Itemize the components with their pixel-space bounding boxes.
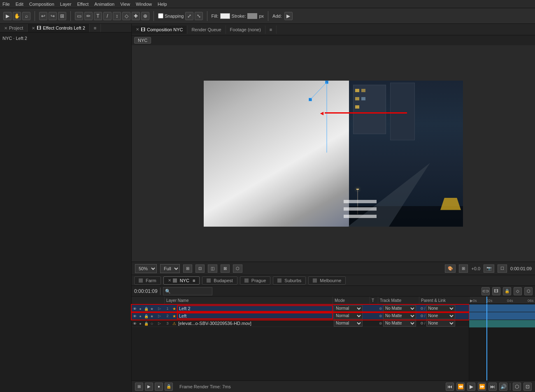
layer-1-matte-select[interactable]: No Matte [383,305,416,312]
tab-options[interactable]: ≡ [265,26,277,34]
fit-to-comp-btn[interactable]: ⊞ [183,264,192,273]
menu-layer[interactable]: Layer [60,2,72,7]
solo-btn[interactable]: ⊂⊃ [482,287,490,295]
draft-btn[interactable]: 🎞 [492,287,500,295]
handle-mid[interactable] [309,98,312,101]
layer-2-star[interactable]: ★ [171,313,177,318]
transparency-btn[interactable]: ◫ [208,264,217,273]
layer-3-solo[interactable]: ● [137,321,143,326]
go-to-end-btn[interactable]: ⏭ [488,383,497,391]
layer-1-collapse[interactable]: ▷ [155,306,164,311]
prev-frame-btn[interactable]: ⏪ [456,383,465,391]
tab-nyc-close[interactable]: ✕ [168,278,171,283]
tab-project-close[interactable]: ✕ [4,26,7,30]
playhead-ruler[interactable] [486,297,487,304]
layer-3-shy[interactable]: ☆ [149,321,155,326]
layer-3-name[interactable]: [elevat...o-SBV-300209536-HD.mov] [177,321,333,326]
layer-1-name[interactable]: Left 2 [177,305,333,312]
audio-btn[interactable]: 🔊 [499,383,507,391]
bottom-right-btn[interactable]: ⬡ [513,383,521,391]
timeline-bar-3[interactable] [469,320,535,327]
layer-1-mode-select[interactable]: Normal [334,305,363,312]
select-tool[interactable]: ▶ [3,12,12,20]
tab-nyc[interactable]: ✕ NYC ≡ [163,276,200,285]
layer-2-eye[interactable]: 👁 [132,313,137,318]
tab-project[interactable]: ✕ Project [0,24,28,32]
tab-composition[interactable]: ✕ 🎞 Composition NYC [132,26,187,34]
quality-select[interactable]: Full [160,264,180,273]
lock-btn[interactable]: 🔒 [503,287,511,295]
menu-window[interactable]: Window [136,2,152,7]
pixel-aspect-btn[interactable]: ⊠ [221,264,230,273]
layer-2-matte-select[interactable]: No Matte [383,313,416,319]
tab-render-queue[interactable]: Render Queue [187,26,226,34]
layer-row-2[interactable]: 👁 ● 🔒 ★ ▷ 2 ★ Left Normal [132,312,469,320]
layer-2-collapse[interactable]: ▷ [155,314,164,318]
layer-3-lock[interactable]: 🔒 [143,321,149,326]
timeline-timecode[interactable]: 0:00:01:09 [134,288,158,294]
timeline-bar-1[interactable] [469,304,535,312]
time-ruler[interactable]: ▶0s 02s 04s 06s 08s 10s 12s 14s 16s [469,297,535,304]
playhead-timeline[interactable] [486,304,487,380]
layer-2-pick-icon[interactable]: / [424,314,426,318]
redo-tool[interactable]: ↪ [49,12,57,20]
go-to-start-btn[interactable]: ⏮ [446,383,454,391]
layer-1-pick-icon[interactable]: / [424,306,426,311]
layer-3-eye[interactable]: 👁 [132,321,137,326]
pen-tool[interactable]: ✏ [84,12,93,20]
puppet-pin-tool[interactable]: ↕ [113,12,121,20]
snapping-checkbox[interactable] [158,13,163,19]
tab-effect-controls[interactable]: ✕ 🎞 Effect Controls Left 2 [28,24,90,32]
new-comp-tool[interactable]: ⊞ [58,12,66,20]
layer-1-solo[interactable]: ● [137,306,143,311]
marker-btn[interactable]: ◇ [514,287,522,295]
grid-btn[interactable]: ⊞ [459,264,468,273]
timeline-bar-2[interactable] [469,312,535,320]
rect-tool[interactable]: ▭ [75,12,83,20]
type-tool[interactable]: T [94,12,102,20]
color-picker-btn[interactable]: 🎨 [445,264,456,273]
shape-tool[interactable]: ◇ [122,12,130,20]
zoom-tool[interactable]: ⌕ [22,12,30,20]
bottom-comp-btn[interactable]: ⊞ [135,383,143,391]
viewer-option-btn[interactable]: ☐ [498,264,507,273]
menu-composition[interactable]: Composition [29,2,54,7]
layer-2-parent-select[interactable]: None [426,313,455,319]
tab-comp-close[interactable]: ✕ [136,27,139,32]
handle-top-right[interactable] [325,81,328,84]
tab-prague[interactable]: Prague [240,276,270,285]
line-tool[interactable]: / [103,12,112,20]
snap-options[interactable]: ⤢ [185,12,193,20]
fast-preview-btn[interactable]: ⬡ [233,264,242,273]
tab-menu[interactable]: ≡ [90,24,101,32]
layer-1-parent-select[interactable]: None [426,305,455,312]
menu-animation[interactable]: Animation [94,2,114,7]
layer-3-collapse[interactable]: ▷ [155,321,164,325]
clone-tool[interactable]: ⊕ [141,12,149,20]
layer-2-shy[interactable]: ★ [149,313,155,318]
tab-nyc-menu[interactable]: ≡ [193,278,195,283]
menu-effect[interactable]: Effect [77,2,88,7]
layer-row-1[interactable]: 👁 ● 🔒 ★ ▷ 1 ★ Left 2 Normal [132,305,469,312]
undo-tool[interactable]: ↩ [39,12,47,20]
layer-2-mode-select[interactable]: Normal [334,313,363,319]
tab-footage[interactable]: Footage (none) [226,26,265,34]
next-frame-btn[interactable]: ⏩ [478,383,486,391]
bottom-render-btn[interactable]: ▶ [145,383,153,391]
layer-1-lock[interactable]: 🔒 [143,306,149,311]
menu-view[interactable]: View [120,2,130,7]
layer-3-mode-select[interactable]: Normal [334,320,363,327]
layer-1-star[interactable]: ★ [171,306,177,311]
layer-3-matte-select[interactable]: No Matte [383,320,416,327]
navigator-btn[interactable]: ⊡ [523,383,532,391]
tab-budapest[interactable]: Budapest [202,276,237,285]
roto-tool[interactable]: ✚ [132,12,140,20]
menu-file[interactable]: File [2,2,10,7]
stroke-color-swatch[interactable] [247,13,257,19]
layer-3-pick-icon[interactable]: / [424,321,426,325]
camera-btn[interactable]: 📷 [484,264,494,273]
zoom-select[interactable]: 50% [135,264,157,273]
menu-help[interactable]: Help [158,2,167,7]
timeline-options-btn[interactable]: ⬡ [524,287,533,295]
region-btn[interactable]: ⊡ [195,264,205,273]
